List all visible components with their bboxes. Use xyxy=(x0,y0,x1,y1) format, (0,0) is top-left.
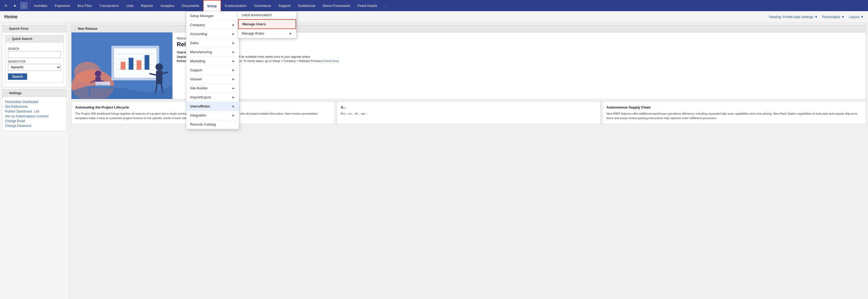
arrow-icon: ► xyxy=(232,104,235,108)
drag-handle-icon-3[interactable]: :: xyxy=(5,92,7,95)
dropdown-item-sales[interactable]: Sales ► xyxy=(186,38,239,48)
search-form-body: :: Quick Search SEARCH SEARCH FOR Name/I… xyxy=(2,32,66,87)
drag-handle-icon-2[interactable]: :: xyxy=(8,37,10,40)
bottom-card-2-body: Em... co... sh... we... xyxy=(341,112,596,116)
nav-commerce[interactable]: Commerce xyxy=(250,0,275,11)
main-layout: :: Search Form :: Quick Search SEARCH SE… xyxy=(0,23,868,299)
dropdown-item-site-builder[interactable]: Site Builder ► xyxy=(186,84,239,93)
nav-setup[interactable]: Setup xyxy=(203,0,221,11)
submenu-manage-users[interactable]: Manage Users xyxy=(238,19,296,29)
history-icon[interactable]: ↻ xyxy=(2,2,9,9)
personalize-action[interactable]: Personalize ▼ xyxy=(822,15,845,19)
drag-handle-icon[interactable]: :: xyxy=(5,27,7,30)
settings-link-email[interactable]: Change Email xyxy=(5,119,64,123)
dropdown-item-support[interactable]: Support ► xyxy=(186,66,239,75)
quick-search-title: Quick Search xyxy=(12,37,32,41)
svg-rect-11 xyxy=(136,60,142,70)
search-label: SEARCH xyxy=(8,47,61,50)
nav-customization[interactable]: Customization xyxy=(221,0,250,11)
submenu-header: USER MANAGEMENT xyxy=(238,11,296,19)
release-illustration xyxy=(71,32,173,99)
svg-rect-12 xyxy=(145,55,149,70)
arrow-icon: ► xyxy=(232,113,235,117)
bottom-card-3-title: Autonomous Supply Chain xyxy=(607,106,862,109)
settings-link-personalize[interactable]: Personalize Dashboard xyxy=(5,99,64,104)
settings-link-password[interactable]: Change Password xyxy=(5,123,64,128)
arrow-icon: ► xyxy=(232,86,235,90)
dropdown-item-integration[interactable]: Integration ► xyxy=(186,111,239,120)
top-navigation: ↻ ★ ⌂ Activities Payments Box Files Tran… xyxy=(0,0,868,11)
arrow-icon: ► xyxy=(232,68,235,72)
nav-payments[interactable]: Payments xyxy=(51,0,74,11)
home-icon[interactable]: ⌂ xyxy=(20,2,28,9)
release-version: Release 2022.1 xyxy=(177,41,861,48)
settings-link-publish-list[interactable]: List xyxy=(34,110,39,113)
arrow-icon: ► xyxy=(289,31,292,35)
nav-lists[interactable]: Lists xyxy=(123,0,137,11)
settings-link-analytics[interactable]: Set Up SuiteAnalytics Connect xyxy=(5,114,64,119)
subheader: Home Viewing: Portlet date settings ▼ Pe… xyxy=(0,11,868,23)
settings-body: Personalize Dashboard Set Preferences Pu… xyxy=(2,97,66,131)
quick-search-body: SEARCH SEARCH FOR Name/ID Email Phone Se… xyxy=(5,42,64,83)
nav-items-list: Activities Payments Box Files Transactio… xyxy=(30,0,868,11)
arrow-icon: ► xyxy=(232,59,235,63)
dropdown-item-users-roles[interactable]: Users/Roles ► xyxy=(186,102,239,111)
nav-suitesocial[interactable]: SuiteSocial xyxy=(294,0,319,11)
dropdown-item-import-export[interactable]: Import/Export ► xyxy=(186,93,239,102)
submenu-manage-roles[interactable]: Manage Roles ► xyxy=(238,29,296,38)
settings-link-preferences[interactable]: Set Preferences xyxy=(5,104,64,109)
nav-documents[interactable]: Documents xyxy=(178,0,203,11)
dropdown-item-setup-manager[interactable]: Setup Manager xyxy=(186,11,239,21)
drag-handle-icon-4[interactable]: :: xyxy=(74,27,76,30)
search-form-title: Search Form xyxy=(9,27,28,31)
settings-portlet-header: :: Settings xyxy=(2,90,66,97)
users-roles-submenu: USER MANAGEMENT Manage Users Manage Role… xyxy=(238,11,296,38)
svg-rect-9 xyxy=(121,62,125,70)
dropdown-item-company[interactable]: Company ► xyxy=(186,21,239,30)
search-button[interactable]: Search xyxy=(8,73,27,80)
nav-analytics[interactable]: Analytics xyxy=(157,0,178,11)
dropdown-item-accounting[interactable]: Accounting ► xyxy=(186,30,239,38)
search-form-portlet-header: :: Search Form xyxy=(2,25,66,32)
dropdown-item-intranet[interactable]: Intranet ► xyxy=(186,75,239,84)
nav-transactions[interactable]: Transactions xyxy=(96,0,123,11)
nav-box-files[interactable]: Box Files xyxy=(74,0,95,11)
quick-search-portlet: :: Quick Search SEARCH SEARCH FOR Name/I… xyxy=(5,35,64,83)
check-now-link[interactable]: (Check Now) xyxy=(322,59,339,62)
quick-search-header: :: Quick Search xyxy=(5,35,64,42)
nav-icon-group: ↻ ★ ⌂ xyxy=(0,0,30,11)
arrow-icon: ► xyxy=(232,95,235,99)
nav-more[interactable]: ... xyxy=(381,0,391,11)
settings-portlet: :: Settings Personalize Dashboard Set Pr… xyxy=(2,89,67,131)
nav-reports[interactable]: Reports xyxy=(137,0,157,11)
search-input[interactable] xyxy=(8,51,61,58)
sidebar: :: Search Form :: Quick Search SEARCH SE… xyxy=(0,23,69,299)
nav-activities[interactable]: Activities xyxy=(30,0,51,11)
dropdown-item-manufacturing[interactable]: Manufacturing ► xyxy=(186,48,239,57)
dropdown-item-records-catalog[interactable]: Records Catalog xyxy=(186,120,239,129)
bottom-card-3: Autonomous Supply Chain New WMS features… xyxy=(602,101,866,124)
search-form-portlet: :: Search Form :: Quick Search SEARCH SE… xyxy=(2,25,67,87)
search-for-select[interactable]: Name/ID Email Phone xyxy=(8,64,61,71)
viewing-portlet-action[interactable]: Viewing: Portlet date settings ▼ xyxy=(769,15,818,19)
new-release-title: New Release xyxy=(78,27,97,31)
settings-link-publish[interactable]: Publish Dashboard xyxy=(5,109,32,114)
svg-rect-10 xyxy=(129,58,133,70)
settings-title: Settings xyxy=(9,91,22,95)
subheader-actions: Viewing: Portlet date settings ▼ Persona… xyxy=(769,15,864,19)
nav-support[interactable]: Support xyxy=(275,0,294,11)
setup-dropdown: Setup Manager Company ► Accounting ► Sal… xyxy=(186,11,239,129)
favorites-icon[interactable]: ★ xyxy=(11,2,19,9)
arrow-icon: ► xyxy=(232,50,235,54)
nav-demo-framework[interactable]: Demo Framework xyxy=(319,0,354,11)
bottom-card-2-title: S... xyxy=(341,106,596,109)
bottom-card-3-body: New WMS features offer additional wareho… xyxy=(607,112,862,120)
svg-rect-14 xyxy=(156,71,162,84)
dropdown-item-marketing[interactable]: Marketing ► xyxy=(186,57,239,66)
bottom-card-2: S... Em... co... sh... we... xyxy=(337,101,600,124)
nav-fixed-assets[interactable]: Fixed Assets xyxy=(354,0,381,11)
release-details: Upgrade Phase: 2022.1 - Lagging Phase Up… xyxy=(177,50,861,63)
release-info: Welcome to Release 2022.1 Upgrade Phase:… xyxy=(173,32,866,99)
layout-action[interactable]: Layout ▼ xyxy=(849,15,864,19)
page-title: Home xyxy=(4,14,769,20)
